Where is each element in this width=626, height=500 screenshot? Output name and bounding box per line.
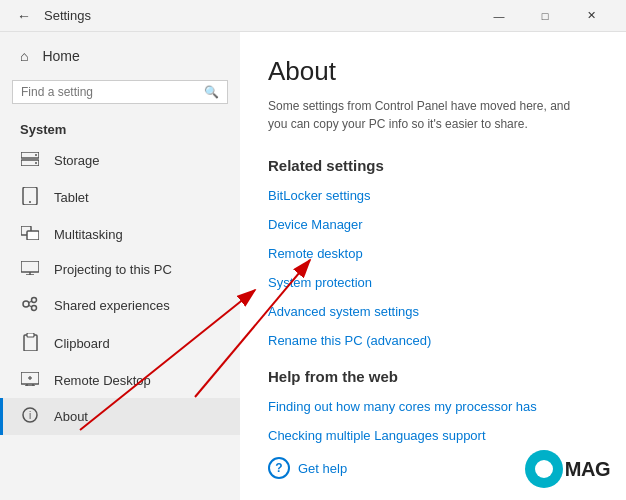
sidebar-item-multitasking[interactable]: Multitasking — [0, 217, 240, 252]
storage-label: Storage — [54, 153, 100, 168]
related-settings-title: Related settings — [268, 157, 598, 174]
storage-icon — [20, 152, 40, 169]
sidebar-item-tablet[interactable]: Tablet — [0, 178, 240, 217]
svg-point-5 — [29, 201, 31, 203]
maximize-button[interactable]: □ — [522, 0, 568, 32]
titlebar: ← Settings — □ ✕ — [0, 0, 626, 32]
svg-line-15 — [29, 306, 32, 308]
svg-rect-17 — [27, 333, 34, 337]
help-title: Help from the web — [268, 368, 598, 385]
clipboard-label: Clipboard — [54, 336, 110, 351]
search-box[interactable]: 🔍 — [12, 80, 228, 104]
remote-desktop-link[interactable]: Remote desktop — [268, 246, 598, 261]
system-protection-link[interactable]: System protection — [268, 275, 598, 290]
sidebar-home-label: Home — [42, 48, 79, 64]
content-area: About Some settings from Control Panel h… — [240, 32, 626, 500]
cmag-circle-inner — [535, 460, 553, 478]
sidebar-item-storage[interactable]: Storage — [0, 143, 240, 178]
svg-point-11 — [23, 301, 29, 307]
languages-link[interactable]: Checking multiple Languages support — [268, 428, 598, 443]
sidebar-item-clipboard[interactable]: Clipboard — [0, 324, 240, 363]
cmag-text: MAG — [565, 458, 610, 481]
svg-point-2 — [35, 154, 37, 156]
rename-pc-link[interactable]: Rename this PC (advanced) — [268, 333, 598, 348]
shared-label: Shared experiences — [54, 298, 170, 313]
tablet-label: Tablet — [54, 190, 89, 205]
home-icon: ⌂ — [20, 48, 28, 64]
multitasking-label: Multitasking — [54, 227, 123, 242]
sidebar-item-home[interactable]: ⌂ Home — [0, 40, 240, 72]
advanced-system-link[interactable]: Advanced system settings — [268, 304, 598, 319]
multitasking-icon — [20, 226, 40, 243]
cmag-circle-icon — [525, 450, 563, 488]
back-button[interactable]: ← — [12, 4, 36, 28]
page-title: About — [268, 56, 598, 87]
remote-icon — [20, 372, 40, 389]
sidebar-item-about[interactable]: i About — [0, 398, 240, 435]
shared-icon — [20, 296, 40, 315]
search-input[interactable] — [21, 85, 198, 99]
window-title: Settings — [44, 8, 91, 23]
sidebar-item-shared[interactable]: Shared experiences — [0, 287, 240, 324]
system-section-label: System — [0, 112, 240, 143]
tablet-icon — [20, 187, 40, 208]
close-button[interactable]: ✕ — [568, 0, 614, 32]
svg-line-14 — [29, 301, 32, 303]
sidebar-item-remote[interactable]: Remote Desktop — [0, 363, 240, 398]
projecting-label: Projecting to this PC — [54, 262, 172, 277]
svg-text:i: i — [29, 410, 31, 421]
clipboard-icon — [20, 333, 40, 354]
cores-link[interactable]: Finding out how many cores my processor … — [268, 399, 598, 414]
device-manager-link[interactable]: Device Manager — [268, 217, 598, 232]
sidebar: ⌂ Home 🔍 System Storage Tablet Multitask… — [0, 32, 240, 500]
bitlocker-link[interactable]: BitLocker settings — [268, 188, 598, 203]
svg-rect-8 — [21, 261, 39, 272]
sidebar-item-projecting[interactable]: Projecting to this PC — [0, 252, 240, 287]
window-controls: — □ ✕ — [476, 0, 614, 32]
get-help-icon: ? — [268, 457, 290, 479]
main-layout: ⌂ Home 🔍 System Storage Tablet Multitask… — [0, 32, 626, 500]
svg-point-3 — [35, 162, 37, 164]
minimize-button[interactable]: — — [476, 0, 522, 32]
search-icon: 🔍 — [204, 85, 219, 99]
svg-rect-7 — [27, 231, 39, 240]
cmag-logo: MAG — [525, 450, 610, 488]
get-help-link[interactable]: Get help — [298, 461, 347, 476]
svg-point-12 — [32, 298, 37, 303]
projecting-icon — [20, 261, 40, 278]
about-icon: i — [20, 407, 40, 426]
page-description: Some settings from Control Panel have mo… — [268, 97, 588, 133]
remote-label: Remote Desktop — [54, 373, 151, 388]
about-label: About — [54, 409, 88, 424]
svg-point-13 — [32, 306, 37, 311]
